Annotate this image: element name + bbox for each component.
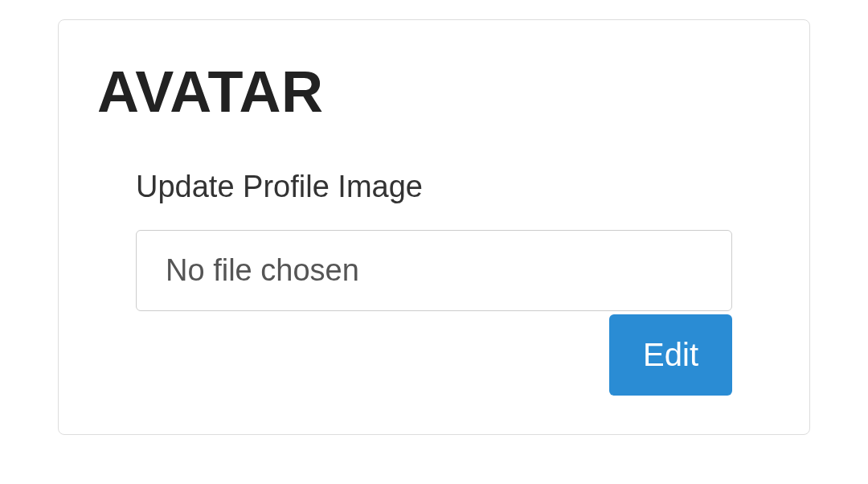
edit-button[interactable]: Edit bbox=[609, 314, 732, 396]
avatar-form: Update Profile Image No file chosen Edit bbox=[97, 170, 771, 396]
profile-image-label: Update Profile Image bbox=[136, 170, 732, 204]
button-row: Edit bbox=[136, 314, 732, 396]
file-input[interactable]: No file chosen bbox=[136, 230, 732, 311]
avatar-card: AVATAR Update Profile Image No file chos… bbox=[58, 19, 810, 435]
section-title: AVATAR bbox=[97, 59, 771, 125]
file-input-wrapper: No file chosen bbox=[136, 230, 732, 311]
